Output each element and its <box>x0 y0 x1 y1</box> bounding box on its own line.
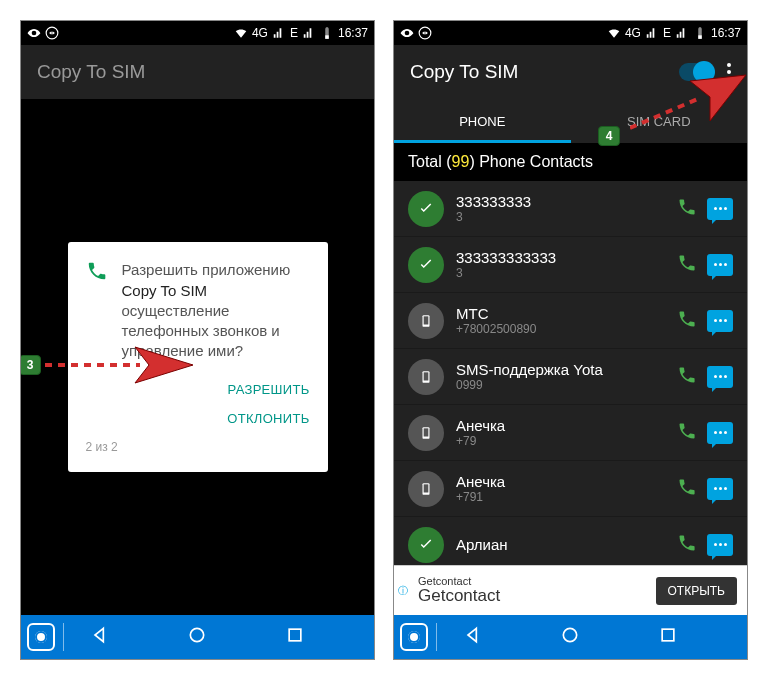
sim-icon <box>408 359 444 395</box>
message-button[interactable] <box>707 422 733 444</box>
contact-row[interactable]: SMS-поддержка Yota0999 <box>394 349 747 405</box>
contact-info: Арлиан <box>456 536 665 553</box>
contact-row[interactable]: МТС+78002500890 <box>394 293 747 349</box>
clock: 16:37 <box>338 26 368 40</box>
sim-icon <box>408 471 444 507</box>
nav-bar <box>394 615 747 659</box>
battery-icon <box>320 26 334 40</box>
call-button[interactable] <box>677 365 697 389</box>
call-button[interactable] <box>677 197 697 221</box>
check-icon <box>408 527 444 563</box>
contact-name: МТС <box>456 305 665 322</box>
recent-button[interactable] <box>658 625 678 649</box>
svg-rect-11 <box>424 428 429 436</box>
screen-body: Разрешить приложению Copy To SIM осущест… <box>21 99 374 615</box>
contact-name: SMS-поддержка Yota <box>456 361 665 378</box>
wifi-icon <box>234 26 248 40</box>
phone-left: 4G E 16:37 Copy To SIM Разрешить приложе… <box>20 20 375 660</box>
svg-rect-9 <box>424 372 429 380</box>
teamviewer-icon[interactable] <box>27 623 55 651</box>
app-title: Copy To SIM <box>37 61 145 83</box>
contact-row[interactable]: 3333333333 <box>394 181 747 237</box>
svg-point-14 <box>564 628 577 641</box>
allow-button[interactable]: РАЗРЕШИТЬ <box>228 382 310 397</box>
sim-icon <box>408 415 444 451</box>
home-button[interactable] <box>187 625 207 649</box>
arrow-to-menu <box>630 73 748 133</box>
network-extra: E <box>290 26 298 40</box>
dialog-pager: 2 из 2 <box>86 440 310 454</box>
contact-number: 0999 <box>456 378 665 392</box>
network-type: 4G <box>252 26 268 40</box>
check-icon <box>408 247 444 283</box>
contact-number: +78002500890 <box>456 322 665 336</box>
recent-button[interactable] <box>285 625 305 649</box>
phone-right: 4G E 16:37 Copy To SIM PHONE SIM CARD To… <box>393 20 748 660</box>
ad-title: Getcontact <box>418 587 500 606</box>
call-button[interactable] <box>677 477 697 501</box>
message-button[interactable] <box>707 478 733 500</box>
deny-button[interactable]: ОТКЛОНИТЬ <box>227 411 309 426</box>
clock: 16:37 <box>711 26 741 40</box>
contact-name: Анечка <box>456 473 665 490</box>
contact-row[interactable]: 3333333333333 <box>394 237 747 293</box>
ad-open-button[interactable]: ОТКРЫТЬ <box>656 577 738 605</box>
signal-icon <box>272 26 286 40</box>
signal2-icon <box>302 26 316 40</box>
svg-point-3 <box>191 628 204 641</box>
adchoices-icon[interactable]: ⓘ <box>398 584 408 598</box>
network-type: 4G <box>625 26 641 40</box>
teamviewer-status-icon <box>45 26 59 40</box>
svg-rect-7 <box>424 316 429 324</box>
app-title: Copy To SIM <box>410 61 518 83</box>
message-button[interactable] <box>707 198 733 220</box>
contact-number: +791 <box>456 490 665 504</box>
teamviewer-status-icon <box>418 26 432 40</box>
contact-row[interactable]: Анечка+791 <box>394 461 747 517</box>
message-button[interactable] <box>707 310 733 332</box>
message-button[interactable] <box>707 366 733 388</box>
svg-rect-4 <box>289 629 301 641</box>
contact-number: 3 <box>456 210 665 224</box>
home-button[interactable] <box>560 625 580 649</box>
tab-phone[interactable]: PHONE <box>394 99 571 143</box>
check-icon <box>408 191 444 227</box>
call-button[interactable] <box>677 533 697 557</box>
ad-banner[interactable]: ⓘ Getcontact Getcontact ОТКРЫТЬ <box>394 565 747 615</box>
contact-name: 333333333 <box>456 193 665 210</box>
eye-icon <box>27 26 41 40</box>
eye-icon <box>400 26 414 40</box>
signal-icon <box>645 26 659 40</box>
step-badge-4: 4 <box>598 126 620 146</box>
message-button[interactable] <box>707 254 733 276</box>
contact-info: 3333333333333 <box>456 249 665 280</box>
contact-info: SMS-поддержка Yota0999 <box>456 361 665 392</box>
signal2-icon <box>675 26 689 40</box>
contacts-count: 99 <box>452 153 470 170</box>
teamviewer-icon[interactable] <box>400 623 428 651</box>
contact-info: МТС+78002500890 <box>456 305 665 336</box>
sim-icon <box>408 303 444 339</box>
contact-info: Анечка+791 <box>456 473 665 504</box>
contact-name: Анечка <box>456 417 665 434</box>
svg-marker-17 <box>690 75 746 121</box>
contact-number: +79 <box>456 434 665 448</box>
back-button[interactable] <box>90 625 110 649</box>
message-button[interactable] <box>707 534 733 556</box>
battery-icon <box>693 26 707 40</box>
svg-rect-13 <box>424 484 429 492</box>
contact-name: 333333333333 <box>456 249 665 266</box>
app-bar: Copy To SIM <box>21 45 374 99</box>
contact-row[interactable]: Арлиан <box>394 517 747 565</box>
contact-row[interactable]: Анечка+79 <box>394 405 747 461</box>
back-button[interactable] <box>463 625 483 649</box>
arrow-to-allow <box>45 345 195 385</box>
svg-line-16 <box>630 98 700 128</box>
call-button[interactable] <box>677 253 697 277</box>
status-bar: 4G E 16:37 <box>394 21 747 45</box>
call-button[interactable] <box>677 309 697 333</box>
summary-bar: Total (99) Phone Contacts <box>394 143 747 181</box>
contact-list[interactable]: 33333333333333333333333МТС+78002500890SM… <box>394 181 747 565</box>
step-badge-3: 3 <box>20 355 41 375</box>
call-button[interactable] <box>677 421 697 445</box>
